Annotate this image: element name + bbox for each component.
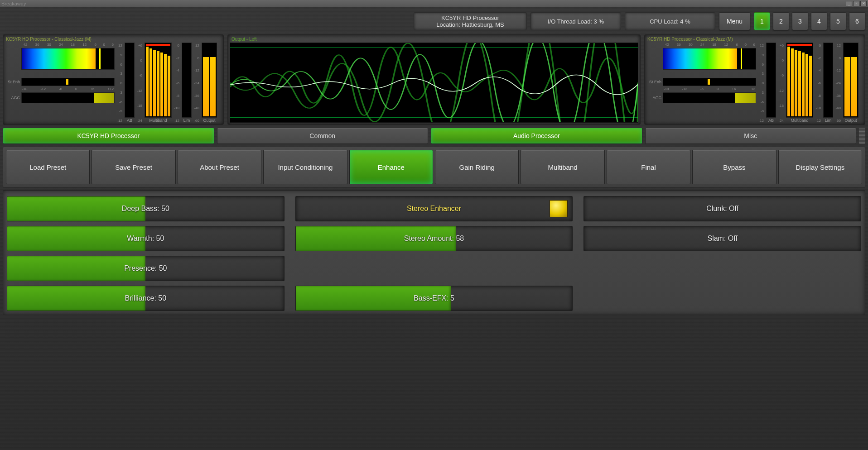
- multiband-meter: [786, 43, 813, 118]
- page-button-4[interactable]: 4: [811, 12, 827, 30]
- page-button-3[interactable]: 3: [792, 12, 808, 30]
- slider-brilliance-50[interactable]: Brilliance: 50: [7, 286, 285, 311]
- meter-title: KC5YR HD Processor - Classical-Jazz (M): [6, 37, 221, 42]
- maximize-icon[interactable]: ▫: [853, 1, 859, 6]
- input-meter: Input: [663, 48, 756, 70]
- window-titlebar: Breakaway _ ▫ ✕: [0, 0, 868, 7]
- header-bar: KC5YR HD Processor Location: Hattiesburg…: [3, 10, 865, 33]
- slider-clunk-off[interactable]: Clunk: Off: [583, 196, 861, 221]
- page-buttons: 123456: [754, 12, 865, 30]
- sub-tab-display-settings[interactable]: Display Settings: [778, 150, 862, 184]
- main-tab-common[interactable]: Common: [217, 128, 429, 144]
- meter-panel-right: KC5YR HD Processor - Classical-Jazz (M)-…: [644, 34, 865, 125]
- slider-deep-bass-50[interactable]: Deep Bass: 50: [7, 196, 285, 221]
- scope-panel: Output - Left: [227, 34, 641, 125]
- slider-stereo-enhancer[interactable]: Stereo Enhancer: [295, 196, 573, 221]
- meter-panel-left: KC5YR HD Processor - Classical-Jazz (M)-…: [3, 34, 224, 125]
- input-meter: Input: [21, 48, 115, 70]
- main-tab-kc5yr-hd-processor[interactable]: KC5YR HD Processor: [3, 128, 214, 144]
- processor-name: KC5YR HD Processor: [441, 14, 499, 21]
- sub-tab-bypass[interactable]: Bypass: [692, 150, 776, 184]
- multiband-meter: [145, 43, 172, 118]
- sub-tabs: Load PresetSave PresetAbout PresetInput …: [3, 147, 865, 187]
- main-tab-misc[interactable]: Misc: [645, 128, 857, 144]
- slider-slam-off[interactable]: Slam: Off: [583, 226, 861, 251]
- stereo-enhance-meter: St Enh: [21, 78, 115, 86]
- sub-tab-gain-riding[interactable]: Gain Riding: [435, 150, 519, 184]
- ab-meter: [125, 43, 135, 118]
- io-load: I/O Thread Load: 3 %: [530, 12, 621, 30]
- window-title: Breakaway: [1, 1, 26, 6]
- stereo-enhancer-indicator-icon: [550, 200, 568, 217]
- oscilloscope[interactable]: [230, 43, 638, 123]
- slider-warmth-50[interactable]: Warmth: 50: [7, 226, 285, 251]
- scope-title: Output - Left: [231, 37, 638, 42]
- minimize-icon[interactable]: _: [846, 1, 852, 6]
- meter-title: KC5YR HD Processor - Classical-Jazz (M): [647, 37, 862, 42]
- main-tabs: KC5YR HD ProcessorCommonAudio ProcessorM…: [3, 128, 865, 144]
- output-meter: [843, 43, 858, 118]
- sub-tab-about-preset[interactable]: About Preset: [178, 150, 261, 184]
- sub-tab-load-preset[interactable]: Load Preset: [6, 150, 90, 184]
- cpu-load: CPU Load: 4 %: [625, 12, 715, 30]
- processor-location: Location: Hattiesburg, MS: [436, 21, 504, 28]
- limiter-meter: [182, 43, 192, 118]
- sub-tab-multiband[interactable]: Multiband: [521, 150, 604, 184]
- main-tab-audio-processor[interactable]: Audio Processor: [431, 128, 642, 144]
- slider-bass-efx-5[interactable]: Bass-EFX: 5: [295, 286, 573, 311]
- output-meter: [202, 43, 217, 118]
- agc-meter: AGC: [21, 92, 115, 103]
- enhance-sliders: Deep Bass: 50Stereo EnhancerClunk: OffWa…: [3, 190, 865, 315]
- slider-presence-50[interactable]: Presence: 50: [7, 256, 285, 281]
- page-button-2[interactable]: 2: [773, 12, 789, 30]
- sub-tab-enhance[interactable]: Enhance: [349, 150, 433, 184]
- meters-row: KC5YR HD Processor - Classical-Jazz (M)-…: [3, 34, 865, 125]
- drag-handle-icon[interactable]: [859, 128, 865, 144]
- sub-tab-final[interactable]: Final: [607, 150, 690, 184]
- limiter-meter: [823, 43, 833, 118]
- sub-tab-save-preset[interactable]: Save Preset: [92, 150, 175, 184]
- close-icon[interactable]: ✕: [860, 1, 867, 6]
- page-button-6[interactable]: 6: [849, 12, 865, 30]
- ab-meter: [766, 43, 776, 118]
- agc-meter: AGC: [663, 92, 756, 103]
- processor-info: KC5YR HD Processor Location: Hattiesburg…: [414, 12, 527, 30]
- page-button-1[interactable]: 1: [754, 12, 770, 30]
- stereo-enhance-meter: St Enh: [663, 78, 756, 86]
- menu-button[interactable]: Menu: [719, 12, 750, 30]
- window-controls: _ ▫ ✕: [846, 1, 867, 6]
- page-button-5[interactable]: 5: [830, 12, 846, 30]
- slider-stereo-amount-58[interactable]: Stereo Amount: 58: [295, 226, 573, 251]
- sub-tab-input-conditioning[interactable]: Input Conditioning: [263, 150, 347, 184]
